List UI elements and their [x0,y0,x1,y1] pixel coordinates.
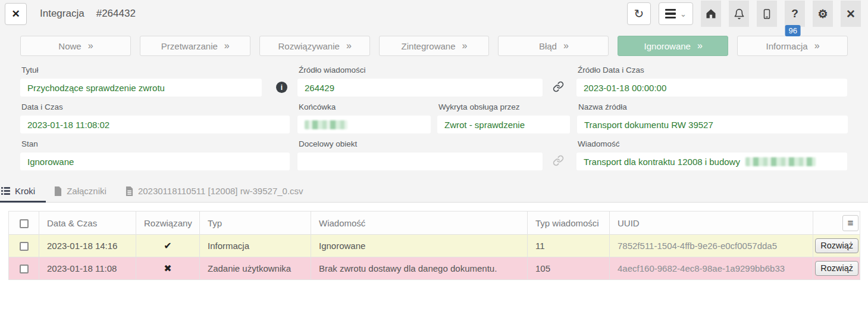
cell-wiadomosc: Ignorowane [311,235,528,257]
stage-label: Błąd [539,41,557,51]
topbar-actions: ↻ ⌄ ? 96 ⚙ ✕ [627,1,861,27]
help-button[interactable]: ? 96 [785,1,805,27]
close-icon: ✕ [846,7,856,21]
tab-zalaczniki[interactable]: Załączniki [46,181,117,202]
zrodlo-wiadomosci-input[interactable]: 264429 [297,79,543,97]
tab-kroki[interactable]: Kroki [0,181,46,202]
stage-button-informacja[interactable]: Informacja » [737,36,848,56]
close-record-button[interactable]: ✕ [5,3,27,25]
select-all-checkbox[interactable] [20,219,29,228]
stage-button-blad[interactable]: Błąd » [498,36,609,56]
info-icon[interactable]: i [276,82,287,93]
stan-input[interactable]: Ignorowane [20,153,290,170]
form-row-1: Tytuł Przychodzące sprawdzenie zwrotu i … [20,66,848,97]
close-icon: ✕ [11,8,20,20]
header-actions-cell: ≡ [813,212,860,235]
header-select-cell [9,212,39,235]
wykryta-obsluga-input[interactable]: Zwrot - sprawdzenie [437,116,570,133]
column-header-uuid[interactable]: UUID [610,212,813,235]
cell-wiadomosc: Brak zwrotu dostawy dla danego dokumentu… [311,257,528,280]
refresh-button[interactable]: ↻ [627,2,651,25]
cell-typ-wiadomosci: 105 [528,257,610,280]
table-header-row: Data & Czas Rozwiązany Typ Wiadomość Typ… [9,212,860,235]
tytul-value: Przychodzące sprawdzenie zwrotu [27,83,165,93]
field-label: Wykryta obsługa przez [438,102,577,111]
zrodlo-wiadomosci-value: 264429 [305,83,334,93]
home-button[interactable] [701,1,721,27]
mobile-button[interactable] [757,1,777,27]
field-wiadomosc: Wiadomość Transport dla kontraktu 12008 … [576,139,847,170]
page-title: Integracja #264432 [40,8,136,20]
row-select-cell [9,257,39,280]
chevron-down-icon: ⌄ [680,10,687,18]
row-select-cell [9,235,39,257]
chevron-double-icon: » [814,41,819,51]
nazwa-zrodla-value: Transport dokumentu RW 39527 [584,120,713,130]
field-stan: Stan Ignorowane [20,139,297,170]
zrodlo-data-czas-input[interactable]: 2023-01-18 00:00:00 [576,79,847,97]
stage-button-przetwarzanie[interactable]: Przetwarzanie » [140,36,250,56]
cell-actions: Rozwiąż [813,257,860,280]
resolve-button[interactable]: Rozwiąż [815,261,858,276]
column-header-typ[interactable]: Typ [200,212,311,235]
chevron-double-icon: » [346,41,351,51]
tab-attachment-csv[interactable]: 20230118110511 [12008] rw-39527_0.csv [117,181,314,202]
app-window: ✕ Integracja #264432 ↻ ⌄ ? [0,0,868,311]
actions-menu-button[interactable]: ⌄ [659,2,693,25]
mobile-icon [762,8,772,20]
stage-button-ignorowane[interactable]: Ignorowane » [618,36,728,56]
nazwa-zrodla-input[interactable]: Transport dokumentu RW 39527 [577,116,848,133]
tab-label: Załączniki [67,186,106,196]
close-app-button[interactable]: ✕ [841,1,861,27]
data-czas-input[interactable]: 2023-01-18 11:08:02 [20,116,290,133]
help-badge: 96 [785,25,801,36]
column-header-typ-wiadomosci[interactable]: Typ wiadomości [528,212,610,235]
link-icon[interactable] [553,81,564,94]
column-menu-button[interactable]: ≡ [842,215,858,231]
file-icon [54,186,62,196]
row-checkbox[interactable] [20,242,29,251]
home-icon [705,8,717,20]
form-row-2: Data i Czas 2023-01-18 11:08:02 Końcówka… [20,102,848,133]
column-header-datetime[interactable]: Data & Czas [39,212,136,235]
cell-resolved: ✖ [136,257,200,280]
resolve-button[interactable]: Rozwiąż [815,238,858,253]
form-row-3: Stan Ignorowane Docelowy obiekt Wiadomoś… [20,139,848,170]
field-label: Stan [21,139,297,148]
wiadomosc-input[interactable]: Transport dla kontraktu 12008 i budowy [576,153,847,170]
cell-resolved: ✔ [136,235,200,257]
stage-button-zintegrowane[interactable]: Zintegrowane » [379,36,490,56]
settings-button[interactable]: ⚙ [813,1,833,27]
stage-label: Ignorowane [644,41,691,51]
column-header-wiadomosc[interactable]: Wiadomość [311,212,528,235]
check-icon: ✔ [164,241,171,251]
tytul-input[interactable]: Przychodzące sprawdzenie zwrotu [20,79,262,97]
stage-button-rozwiazywanie[interactable]: Rozwiązywanie » [259,36,370,56]
notifications-button[interactable] [729,1,749,27]
hamburger-icon [665,9,676,19]
steps-table: Data & Czas Rozwiązany Typ Wiadomość Typ… [8,211,860,280]
table-row: 2023-01-18 11:08 ✖ Zadanie użytkownika B… [9,257,860,280]
record-form: Tytuł Przychodzące sprawdzenie zwrotu i … [0,56,868,170]
link-icon-disabled [553,155,564,168]
field-label: Źródło wiadomości [299,66,543,74]
field-label: Wiadomość [578,139,847,148]
row-checkbox[interactable] [20,265,29,273]
field-label: Nazwa źródła [578,102,848,111]
tab-label: 20230118110511 [12008] rw-39527_0.csv [138,186,303,196]
steps-section: Data & Czas Rozwiązany Typ Wiadomość Typ… [0,203,868,311]
field-wykryta-obsluga: Wykryta obsługa przez Zwrot - sprawdzeni… [437,102,577,133]
field-label: Docelowy obiekt [299,139,543,148]
field-zrodlo-data-czas: Źródło Data i Czas 2023-01-18 00:00:00 [576,66,847,97]
chevron-double-icon: » [88,41,93,51]
stage-label: Informacja [766,41,808,51]
field-docelowy-obiekt: Docelowy obiekt [297,139,543,170]
docelowy-obiekt-input[interactable] [297,153,543,170]
zrodlo-data-czas-value: 2023-01-18 00:00:00 [584,83,666,93]
koncowka-input[interactable] [297,116,431,133]
tab-label: Kroki [15,186,35,196]
field-label: Końcówka [299,102,437,111]
stage-button-nowe[interactable]: Nowe » [20,36,131,56]
field-koncowka: Końcówka [297,102,437,133]
column-header-rozwiazany[interactable]: Rozwiązany [136,212,200,235]
